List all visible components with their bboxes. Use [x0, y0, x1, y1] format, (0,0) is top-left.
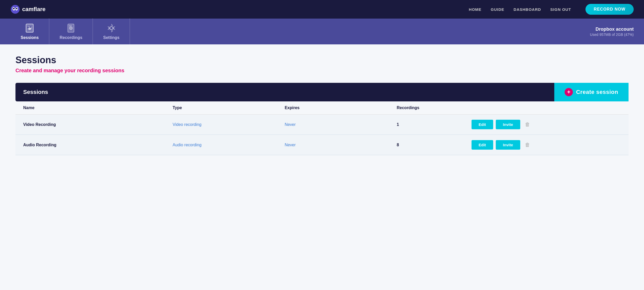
table-row: Audio Recording Audio recording Never 8 …	[15, 135, 629, 155]
subnav-item-recordings[interactable]: Recordings	[49, 18, 93, 45]
svg-point-7	[27, 27, 29, 28]
svg-point-3	[13, 8, 14, 9]
logo-icon	[10, 4, 20, 14]
row-actions-2: Edit Invite 🗑	[472, 140, 621, 150]
record-now-button[interactable]: RECORD NOW	[585, 4, 634, 15]
nav-dashboard[interactable]: DASHBOARD	[514, 7, 541, 12]
row-name-2: Audio Recording	[23, 143, 173, 147]
page-subtitle: Create and manage your recording session…	[15, 68, 629, 74]
svg-point-4	[16, 8, 18, 9]
subnav-sessions-label: Sessions	[21, 35, 39, 40]
nav-signout[interactable]: SIGN OUT	[550, 7, 571, 12]
row-actions-1: Edit Invite 🗑	[472, 120, 621, 129]
logo-text: camflare	[22, 6, 46, 13]
subnav: Sessions Recordings Settings Dropbox acc…	[0, 19, 644, 44]
svg-point-0	[11, 5, 20, 14]
row-recordings-2: 8	[397, 143, 472, 147]
nav-guide[interactable]: GUIDE	[491, 7, 505, 12]
invite-button-1[interactable]: Invite	[496, 120, 520, 129]
row-type-2: Audio recording	[173, 143, 285, 147]
sessions-table: Sessions + Create session Name Type Expi…	[15, 83, 629, 155]
create-session-label: Create session	[576, 89, 618, 95]
col-expires: Expires	[285, 106, 397, 110]
column-headers: Name Type Expires Recordings	[15, 101, 629, 115]
settings-icon	[106, 23, 117, 33]
create-session-button[interactable]: + Create session	[554, 83, 629, 101]
subnav-item-settings[interactable]: Settings	[93, 18, 130, 45]
svg-point-10	[69, 27, 72, 30]
subnav-settings-label: Settings	[103, 35, 119, 40]
row-name-1: Video Recording	[23, 122, 173, 127]
svg-point-13	[110, 27, 113, 30]
col-name: Name	[23, 106, 173, 110]
col-recordings: Recordings	[397, 106, 472, 110]
recordings-icon	[66, 23, 76, 33]
row-expires-2: Never	[285, 143, 397, 147]
table-row: Video Recording Video recording Never 1 …	[15, 115, 629, 135]
delete-button-2[interactable]: 🗑	[523, 141, 532, 149]
nav-home[interactable]: HOME	[469, 7, 482, 12]
sessions-icon	[24, 23, 35, 33]
main-content: Sessions Create and manage your recordin…	[0, 44, 644, 166]
page-title: Sessions	[15, 55, 629, 66]
row-recordings-1: 1	[397, 122, 472, 127]
plus-icon: +	[565, 88, 573, 96]
edit-button-1[interactable]: Edit	[472, 120, 493, 129]
table-title: Sessions	[15, 84, 554, 101]
col-actions	[472, 106, 621, 110]
row-expires-1: Never	[285, 122, 397, 127]
table-header: Sessions + Create session	[15, 83, 629, 101]
invite-button-2[interactable]: Invite	[496, 140, 520, 150]
edit-button-2[interactable]: Edit	[472, 140, 493, 150]
subnav-recordings-label: Recordings	[60, 35, 82, 40]
dropbox-title: Dropbox account	[590, 27, 634, 32]
svg-point-8	[29, 26, 31, 28]
dropbox-account-info: Dropbox account Used 957MB of 2GB (47%)	[590, 27, 634, 37]
logo: camflare	[10, 4, 46, 14]
row-type-1: Video recording	[173, 122, 285, 127]
delete-button-1[interactable]: 🗑	[523, 120, 532, 128]
header: camflare HOME GUIDE DASHBOARD SIGN OUT R…	[0, 0, 644, 19]
header-nav: HOME GUIDE DASHBOARD SIGN OUT RECORD NOW	[469, 4, 634, 15]
col-type: Type	[173, 106, 285, 110]
subnav-item-sessions[interactable]: Sessions	[10, 18, 49, 45]
dropbox-subtitle: Used 957MB of 2GB (47%)	[590, 33, 634, 37]
